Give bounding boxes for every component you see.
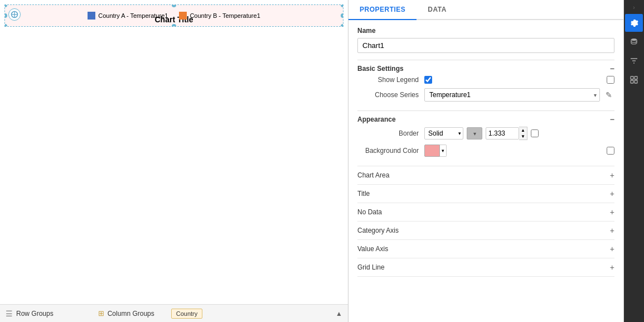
border-row: Border Solid Dashed Dotted None ▾: [357, 127, 614, 140]
column-groups-item[interactable]: ⊞ Column Groups: [98, 309, 154, 318]
category-axis-expand-icon: +: [610, 226, 614, 235]
border-width-down[interactable]: ▼: [519, 133, 527, 140]
show-legend-control: [424, 76, 614, 84]
legend-label-b: Country B - Temperature1: [190, 12, 260, 19]
bg-color-arrow[interactable]: ▾: [440, 145, 447, 157]
show-legend-row: Show Legend: [357, 76, 614, 84]
column-groups-label: Column Groups: [108, 310, 154, 318]
move-handle[interactable]: [8, 8, 21, 21]
panel-content: Name Basic Settings − Show Legend Choose: [348, 20, 623, 322]
choose-series-control: Temperature1 ▾ ✎: [424, 88, 614, 102]
expand-arrow[interactable]: ›: [630, 2, 638, 13]
basic-settings-body: Show Legend Choose Series Temperature1: [357, 76, 614, 110]
border-width-spinner: ▲ ▼: [486, 127, 527, 140]
bg-color-label: Background Color: [357, 147, 424, 155]
legend-item-a: Country A - Temperature1: [88, 12, 168, 20]
choose-series-label: Choose Series: [357, 91, 424, 99]
value-axis-expand-icon: +: [610, 244, 614, 253]
filter-icon-btn[interactable]: [625, 52, 643, 70]
resize-bottom[interactable]: [172, 24, 176, 27]
collapse-arrow[interactable]: ▲: [336, 310, 342, 318]
svg-rect-15: [631, 80, 633, 83]
legend-label-a: Country A - Temperature1: [98, 12, 168, 19]
border-checkbox[interactable]: [531, 129, 539, 137]
svg-rect-14: [635, 76, 637, 79]
choose-series-row: Choose Series Temperature1 ▾ ✎: [357, 88, 614, 102]
bottom-bar: ☰ Row Groups ⊞ Column Groups Country ▲: [0, 304, 348, 322]
bg-color-swatch[interactable]: [424, 145, 440, 157]
settings-icon-btn[interactable]: [625, 14, 643, 32]
bg-color-swatch-group: ▾: [424, 145, 447, 157]
basic-settings-header[interactable]: Basic Settings −: [357, 60, 614, 76]
properties-panel: PROPERTIES DATA Name Basic Settings − Sh…: [348, 0, 624, 322]
expandable-value-axis[interactable]: Value Axis +: [357, 239, 614, 258]
expandable-grid-line[interactable]: Grid Line +: [357, 258, 614, 277]
tab-data[interactable]: DATA: [417, 0, 458, 20]
border-spin-buttons: ▲ ▼: [519, 127, 527, 140]
basic-settings-collapse: −: [610, 65, 614, 73]
grid-line-expand-icon: +: [610, 263, 614, 272]
chart-area-expand-icon: +: [610, 171, 614, 180]
resize-bottom-left[interactable]: [4, 24, 7, 27]
legend-color-a: [88, 12, 95, 20]
legend-color-b: [179, 12, 187, 20]
show-legend-checkbox[interactable]: [424, 76, 432, 84]
show-legend-label: Show Legend: [357, 76, 424, 84]
country-badge: Country: [171, 309, 203, 319]
resize-top-right[interactable]: [341, 4, 343, 7]
expandable-sections: Chart Area + Title + No Data + Category …: [357, 166, 614, 277]
bg-color-checkbox[interactable]: [607, 147, 614, 155]
legend-item-b: Country B - Temperature1: [179, 12, 260, 20]
expandable-category-axis[interactable]: Category Axis +: [357, 221, 614, 239]
bg-color-row: Background Color ▾: [357, 145, 614, 157]
no-data-expand-icon: +: [610, 208, 614, 217]
series-edit-icon[interactable]: ✎: [603, 89, 614, 100]
svg-rect-16: [635, 80, 637, 83]
basic-settings-label: Basic Settings: [357, 65, 404, 73]
appearance-header[interactable]: Appearance −: [357, 110, 614, 127]
choose-series-select[interactable]: Temperature1: [424, 88, 600, 102]
resize-bottom-right[interactable]: [341, 24, 343, 27]
row-groups-item[interactable]: ☰ Row Groups: [6, 309, 54, 318]
row-groups-label: Row Groups: [16, 310, 54, 318]
chart-legend: Country A - Temperature1 Country B - Tem…: [5, 12, 343, 20]
chart-area: Chart Title 100% 80% 60% 40% 20% 0%: [0, 0, 348, 322]
expandable-title[interactable]: Title +: [357, 184, 614, 203]
resize-top[interactable]: [172, 4, 176, 7]
border-width-up[interactable]: ▲: [519, 127, 527, 133]
name-input[interactable]: [357, 38, 614, 53]
show-legend-extra-checkbox[interactable]: [607, 76, 614, 84]
sidebar-icons: ›: [624, 0, 644, 322]
expandable-chart-area[interactable]: Chart Area +: [357, 166, 614, 184]
appearance-collapse: −: [610, 116, 614, 123]
appearance-label: Appearance: [357, 116, 396, 123]
edit-settings-icon-btn[interactable]: [625, 71, 643, 89]
column-groups-icon: ⊞: [98, 309, 104, 318]
border-style-select[interactable]: Solid Dashed Dotted None: [424, 127, 463, 140]
border-label: Border: [357, 129, 424, 137]
panel-tabs: PROPERTIES DATA: [348, 0, 623, 20]
name-section-label: Name: [357, 27, 614, 35]
right-panel: PROPERTIES DATA Name Basic Settings − Sh…: [348, 0, 644, 322]
svg-point-12: [631, 39, 637, 41]
svg-rect-13: [631, 76, 633, 79]
border-control: Solid Dashed Dotted None ▾ ▾: [424, 127, 614, 140]
choose-series-select-wrapper: Temperature1 ▾: [424, 88, 600, 102]
resize-top-left[interactable]: [4, 4, 7, 7]
expandable-no-data[interactable]: No Data +: [357, 203, 614, 221]
chart-container: Chart Title 100% 80% 60% 40% 20% 0%: [4, 4, 343, 27]
title-expand-icon: +: [610, 189, 614, 198]
row-groups-icon: ☰: [6, 309, 13, 318]
appearance-body: Border Solid Dashed Dotted None ▾: [357, 127, 614, 166]
database-icon-btn[interactable]: [625, 33, 643, 51]
border-color-swatch[interactable]: ▾: [467, 127, 482, 140]
tab-properties[interactable]: PROPERTIES: [348, 0, 417, 20]
border-width-input[interactable]: [486, 127, 519, 140]
border-style-wrapper: Solid Dashed Dotted None ▾: [424, 127, 463, 140]
bg-color-control: ▾: [424, 145, 614, 157]
